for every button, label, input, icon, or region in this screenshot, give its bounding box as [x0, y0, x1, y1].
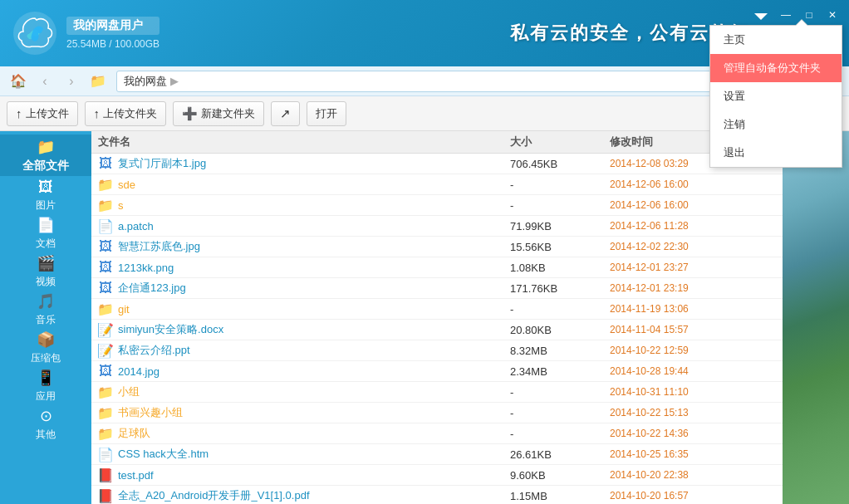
upload-folder-icon: ↑ — [94, 106, 101, 120]
upload-icon: ↑ — [16, 106, 22, 120]
file-type-icon: 📁 — [98, 301, 113, 316]
forward-button[interactable]: › — [60, 70, 83, 93]
file-size-cell: - — [510, 179, 610, 191]
table-row[interactable]: 🖼 企信通123.jpg 171.76KB 2014-12-01 23:19 — [91, 278, 783, 299]
minimize-button[interactable]: — — [776, 7, 796, 23]
sidebar-item-zip[interactable]: 📦 压缩包 — [0, 329, 91, 367]
table-row[interactable]: 📕 test.pdf 9.60KB 2014-10-20 22:38 — [91, 465, 783, 486]
file-type-icon: 📕 — [98, 467, 113, 482]
table-row[interactable]: 📁 git - 2014-11-19 13:06 — [91, 299, 783, 320]
file-name-cell: 📁 s — [98, 198, 510, 213]
right-panel-bg — [783, 131, 849, 504]
sidebar-item-music[interactable]: 🎵 音乐 — [0, 291, 91, 329]
upload-folder-label: 上传文件夹 — [103, 106, 157, 121]
breadcrumb-root: 我的网盘 — [124, 74, 167, 89]
file-type-icon: 📄 — [98, 218, 113, 233]
upload-folder-button[interactable]: ↑ 上传文件夹 — [85, 101, 167, 126]
file-type-icon: 🖼 — [98, 239, 113, 254]
file-type-icon: 🖼 — [98, 281, 113, 296]
breadcrumb[interactable]: 我的网盘 ▶ — [116, 71, 718, 92]
sidebar-item-apps[interactable]: 📱 应用 — [0, 367, 91, 405]
menu-item-exit[interactable]: 退出 — [710, 139, 842, 167]
file-name-cell: 📁 git — [98, 301, 510, 316]
table-row[interactable]: 📝 私密云介绍.ppt 8.32MB 2014-10-22 12:59 — [91, 340, 783, 361]
file-date-cell: 2014-10-22 12:59 — [610, 345, 759, 356]
sidebar-item-images[interactable]: 🖼 图片 — [0, 176, 91, 214]
file-name-text: sde — [118, 179, 135, 191]
file-date-cell: 2014-11-19 13:06 — [610, 303, 759, 315]
file-date-cell: 2014-12-06 11:28 — [610, 220, 759, 232]
menu-item-logout[interactable]: 注销 — [710, 110, 842, 139]
table-row[interactable]: 📁 书画兴趣小组 - 2014-10-22 15:13 — [91, 403, 783, 423]
new-folder-button[interactable]: ➕ 新建文件夹 — [173, 101, 264, 126]
breadcrumb-separator: ▶ — [170, 75, 179, 87]
file-date-cell: 2014-10-28 19:44 — [610, 365, 759, 377]
menu-item-settings[interactable]: 设置 — [710, 82, 842, 110]
file-type-icon: 📝 — [98, 322, 113, 337]
folder-icon-nav: 📁 — [86, 70, 110, 93]
home-button[interactable]: 🏠 — [7, 70, 30, 93]
col-name: 文件名 — [98, 135, 510, 149]
zip-icon: 📦 — [37, 330, 55, 349]
video-icon: 🎬 — [37, 254, 55, 272]
file-name-cell: 📁 sde — [98, 177, 510, 192]
file-size-cell: 1.15MB — [510, 490, 610, 502]
file-type-icon: 🖼 — [98, 260, 113, 275]
file-name-text: s — [118, 199, 124, 212]
share-button[interactable]: ↗ — [271, 101, 300, 126]
sidebar-item-docs[interactable]: 📄 文档 — [0, 214, 91, 252]
file-date-cell: 2014-12-06 16:00 — [610, 199, 759, 211]
file-size-cell: - — [510, 303, 610, 316]
menu-item-backup[interactable]: 管理自动备份文件夹 — [710, 54, 842, 82]
app-logo — [13, 12, 56, 55]
images-icon: 🖼 — [38, 179, 53, 196]
docs-icon: 📄 — [37, 216, 55, 234]
table-row[interactable]: 🖼 2014.jpg 2.34MB 2014-10-28 19:44 — [91, 361, 783, 382]
file-type-icon: 📝 — [98, 343, 113, 358]
sidebar-item-other[interactable]: ⊙ 其他 — [0, 405, 91, 443]
table-row[interactable]: 📄 a.patch 71.99KB 2014-12-06 11:28 — [91, 216, 783, 237]
table-row[interactable]: 📝 simiyun安全策略.docx 20.80KB 2014-11-04 15… — [91, 320, 783, 340]
all-files-icon: 📁 — [37, 138, 55, 156]
dropdown-menu: 主页 管理自动备份文件夹 设置 注销 退出 — [709, 25, 842, 168]
file-name-cell: 📄 CSS hack大全.htm — [98, 447, 510, 462]
sidebar-item-all[interactable]: 📁 全部文件 — [0, 135, 91, 176]
file-name-cell: 🖼 企信通123.jpg — [98, 281, 510, 296]
file-type-icon: 🖼 — [98, 364, 113, 379]
close-button[interactable]: ✕ — [822, 7, 842, 23]
music-icon: 🎵 — [37, 292, 55, 311]
file-area: 文件名 大小 修改时间 🖼 复式门厅副本1.jpg 706.45KB 2014-… — [91, 131, 783, 504]
table-row[interactable]: 🖼 复式门厅副本1.jpg 706.45KB 2014-12-08 03:29 — [91, 154, 783, 174]
sidebar-item-video[interactable]: 🎬 视频 — [0, 252, 91, 291]
table-row[interactable]: 📁 小组 - 2014-10-31 11:10 — [91, 382, 783, 403]
table-row[interactable]: 📁 sde - 2014-12-06 16:00 — [91, 174, 783, 195]
table-row[interactable]: 📕 全志_A20_Android开发手册_V1[1].0.pdf 1.15MB … — [91, 486, 783, 504]
header: 我的网盘用户 25.54MB / 100.00GB 私有云的安全，公有云的便 —… — [0, 0, 849, 66]
menu-dropdown-icon[interactable] — [753, 8, 769, 25]
table-row[interactable]: 📁 足球队 - 2014-10-22 14:36 — [91, 423, 783, 444]
other-icon: ⊙ — [40, 407, 52, 425]
file-name-cell: 📁 小组 — [98, 384, 510, 399]
file-size-cell: 2.34MB — [510, 365, 610, 378]
file-type-icon: 📁 — [98, 177, 113, 192]
back-button[interactable]: ‹ — [33, 70, 56, 93]
file-name-cell: 📝 私密云介绍.ppt — [98, 343, 510, 358]
user-info: 我的网盘用户 25.54MB / 100.00GB — [66, 17, 159, 50]
file-date-cell: 2014-12-01 23:19 — [610, 282, 759, 294]
file-type-icon: 📕 — [98, 488, 113, 503]
table-row[interactable]: 🖼 智慧江苏底色.jpg 15.56KB 2014-12-02 22:30 — [91, 237, 783, 257]
sidebar-images-label: 图片 — [36, 198, 56, 213]
right-panel — [783, 131, 849, 504]
svg-marker-1 — [754, 13, 768, 20]
menu-item-home[interactable]: 主页 — [710, 26, 842, 54]
file-date-cell: 2014-12-06 16:00 — [610, 179, 759, 190]
open-button[interactable]: 打开 — [307, 101, 346, 126]
user-name: 我的网盘用户 — [66, 17, 159, 35]
file-date-cell: 2014-10-25 16:35 — [610, 448, 759, 460]
sidebar: 📁 全部文件 🖼 图片 📄 文档 🎬 视频 🎵 音乐 📦 压缩包 📱 应用 ⊙ — [0, 131, 91, 504]
table-row[interactable]: 🖼 1213kk.png 1.08KB 2014-12-01 23:27 — [91, 257, 783, 278]
table-row[interactable]: 📄 CSS hack大全.htm 26.61KB 2014-10-25 16:3… — [91, 444, 783, 465]
upload-file-button[interactable]: ↑ 上传文件 — [7, 101, 78, 126]
table-row[interactable]: 📁 s - 2014-12-06 16:00 — [91, 195, 783, 216]
file-date-cell: 2014-12-01 23:27 — [610, 262, 759, 273]
